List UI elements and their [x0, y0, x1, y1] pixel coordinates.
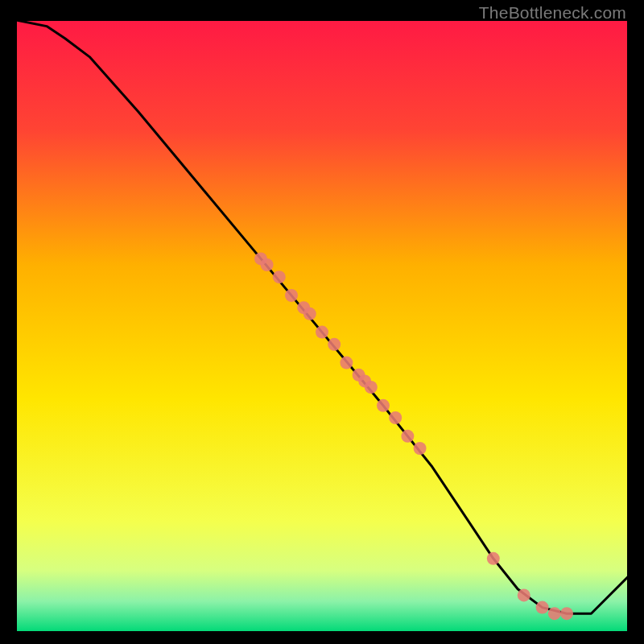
- data-marker: [487, 552, 500, 565]
- data-marker: [273, 270, 286, 283]
- data-marker: [365, 381, 378, 394]
- bottleneck-chart: [16, 20, 628, 632]
- data-marker: [548, 607, 561, 620]
- data-marker: [414, 442, 427, 455]
- data-marker: [377, 399, 390, 412]
- data-marker: [261, 258, 274, 271]
- data-marker: [389, 411, 402, 424]
- data-marker: [518, 588, 530, 601]
- data-marker: [340, 357, 353, 369]
- data-marker: [560, 607, 573, 620]
- chart-frame: [16, 20, 628, 632]
- data-marker: [316, 326, 328, 339]
- data-marker: [303, 308, 316, 320]
- data-marker: [285, 289, 298, 302]
- data-marker: [536, 601, 549, 614]
- data-marker: [401, 430, 414, 443]
- data-marker: [328, 338, 341, 351]
